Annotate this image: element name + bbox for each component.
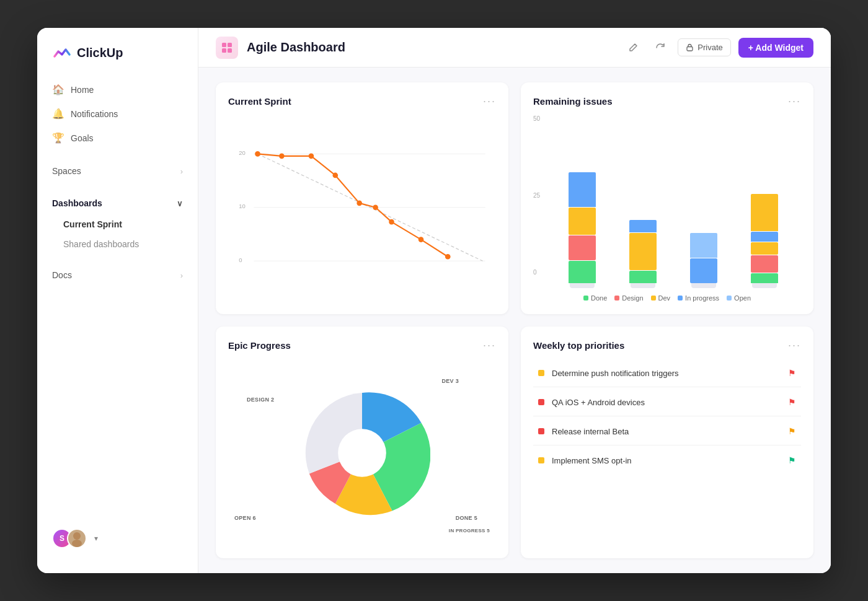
main-content: Agile Dashboard [198,28,831,573]
top-bar: Agile Dashboard [198,28,831,68]
page-title: Agile Dashboard [247,40,345,55]
dashboard-icon-box [216,37,238,59]
svg-point-21 [418,237,424,242]
priority-item-3: Release internal Beta ⚑ [533,418,801,445]
spaces-label: Spaces [52,166,81,176]
user-menu-chevron: ▾ [94,534,98,543]
svg-point-14 [255,151,260,157]
sidebar-section-spaces[interactable]: Spaces › [37,160,198,182]
legend-dot-open [727,296,732,300]
nav-divider-3 [37,254,198,264]
svg-point-1 [72,540,82,547]
pie-chart-title: Epic Progress [228,340,291,351]
bar-base-3 [691,283,716,288]
widget-header-bar: Remaining issues ··· [533,95,801,108]
add-widget-button[interactable]: + Add Widget [738,38,813,58]
bar-extra-4 [751,194,778,231]
bar-done-2 [629,271,657,283]
svg-point-20 [389,219,394,225]
bar-inprogress-3 [690,258,717,283]
svg-point-19 [373,204,378,210]
legend-design: Design [614,294,643,302]
dashboards-label: Dashboards [52,198,102,208]
sidebar-item-shared-dashboards[interactable]: Shared dashboards [37,234,198,254]
svg-point-17 [332,173,338,178]
svg-point-22 [445,254,451,260]
bar-base-2 [631,283,655,288]
pie-chart-menu[interactable]: ··· [483,339,496,352]
priority-text-1: Determine push notification triggers [552,369,679,378]
nav-divider-2 [37,182,198,192]
logo-area: ClickUp [37,43,198,77]
edit-button[interactable] [623,38,643,58]
sidebar: ClickUp 🏠 Home 🔔 Notifications 🏆 Goals S… [37,28,198,573]
top-bar-right: Private + Add Widget [623,38,813,58]
priority-text-3: Release internal Beta [552,427,629,436]
priority-item-1: Determine push notification triggers ⚑ [533,359,801,387]
pie-label-inprogress: IN PROGRESS 5 [449,528,490,533]
priority-dot-2 [538,399,544,405]
bar-group-3 [680,233,728,288]
pie-label-open: OPEN 6 [234,515,256,521]
svg-point-0 [73,532,81,540]
bar-chart-area: 50 25 0 [533,115,801,302]
priorities-menu[interactable]: ··· [788,339,801,352]
legend-dot-design [614,296,619,300]
svg-text:10: 10 [239,203,246,210]
grid-icon [221,42,233,54]
pie-label-done: DONE 5 [456,515,477,521]
bar-group-2 [619,220,667,288]
sidebar-item-home[interactable]: 🏠 Home [37,77,198,102]
bar-base-4 [752,283,777,288]
bar-done-4 [751,273,778,283]
nav-divider-1 [37,150,198,160]
bar-design-4 [751,255,778,273]
svg-rect-3 [228,43,232,47]
widget-header-priorities: Weekly top priorities ··· [533,339,801,352]
burndown-chart: 20 10 0 [228,115,496,302]
priority-left-4: Implement SMS opt-in [538,456,632,465]
widget-current-sprint: Current Sprint ··· 20 10 0 [216,82,508,314]
bar-dev-2 [629,233,657,270]
bar-chart-legend: Done Design Dev In progress [533,294,801,302]
sidebar-item-current-sprint[interactable]: Current Sprint [37,214,198,234]
trophy-icon: 🏆 [52,132,64,144]
svg-point-16 [309,154,314,159]
priority-flag-2: ⚑ [788,397,796,407]
widget-weekly-priorities: Weekly top priorities ··· Determine push… [521,327,813,558]
priority-item-4: Implement SMS opt-in ⚑ [533,447,801,474]
svg-rect-2 [222,43,226,47]
private-button[interactable]: Private [678,38,730,56]
bar-dev-1 [569,208,596,235]
private-label: Private [698,43,722,52]
legend-inprogress: In progress [678,294,719,302]
bar-design-1 [569,235,596,260]
sidebar-item-goals[interactable]: 🏆 Goals [37,126,198,150]
sidebar-bottom: S ▾ [37,519,198,558]
sidebar-section-docs[interactable]: Docs › [37,264,198,286]
bar-group-4 [740,194,789,288]
top-bar-left: Agile Dashboard [216,37,345,59]
bar-inprogress-4 [751,232,778,242]
pie-label-design: DESIGN 2 [247,397,274,403]
bar-done-1 [569,261,596,283]
priority-left-2: QA iOS + Android devices [538,398,645,407]
legend-dot-dev [651,296,656,300]
refresh-button[interactable] [650,38,670,58]
chevron-down-icon: ∨ [177,199,183,208]
priority-left-1: Determine push notification triggers [538,369,679,378]
sidebar-item-notifications[interactable]: 🔔 Notifications [37,102,198,126]
sidebar-section-dashboards[interactable]: Dashboards ∨ [37,192,198,214]
app-name: ClickUp [77,46,123,60]
priority-dot-1 [538,370,544,376]
legend-dot-done [583,296,588,300]
pie-center [338,429,386,477]
priority-dot-3 [538,428,544,434]
svg-point-15 [279,154,285,159]
burndown-menu[interactable]: ··· [483,95,496,108]
bar-chart-menu[interactable]: ··· [788,95,801,108]
priority-text-4: Implement SMS opt-in [552,456,632,465]
pencil-icon [628,43,638,53]
priority-item-2: QA iOS + Android devices ⚑ [533,388,801,416]
chevron-right-icon-2: › [180,271,183,280]
